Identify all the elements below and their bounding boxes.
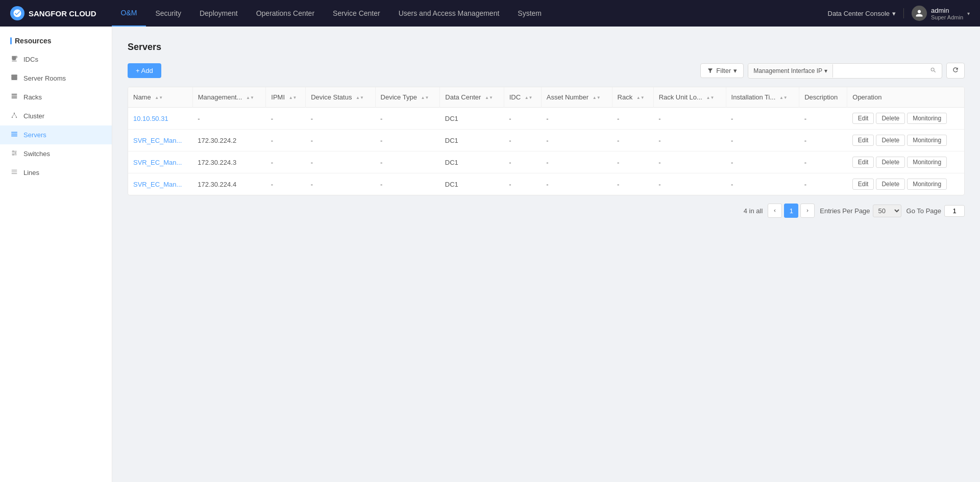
table-cell: 172.30.224.3 (192, 151, 266, 173)
idcs-icon (10, 55, 18, 64)
sidebar-item-label-switches: Switches (23, 150, 50, 158)
operation-cell: EditDeleteMonitoring (847, 151, 964, 173)
user-info[interactable]: admin Super Admin ▾ (912, 6, 970, 21)
col-management-label: Management... (198, 93, 242, 101)
entries-per-page-label: Entries Per Page (820, 207, 870, 215)
sidebar-item-server-rooms[interactable]: Server Rooms (0, 69, 112, 88)
table-cell: - (541, 130, 612, 151)
nav-item-operations-center[interactable]: Operations Center (247, 0, 324, 27)
sidebar-item-racks[interactable]: Racks (0, 88, 112, 107)
user-dropdown-icon: ▾ (967, 11, 970, 16)
table-cell[interactable]: 10.10.50.31 (128, 108, 192, 130)
op-delete-button[interactable]: Delete (876, 157, 905, 168)
go-to-page-input[interactable] (944, 205, 965, 217)
col-header-management[interactable]: Management... ▲▼ (192, 87, 266, 108)
table-row: 10.10.50.31----DC1------EditDeleteMonito… (128, 108, 964, 130)
pagination: 4 in all 1 Entries Per Page 50 (128, 195, 965, 218)
table-cell[interactable]: SVR_EC_Man... (128, 130, 192, 151)
sidebar-item-servers[interactable]: Servers (0, 125, 112, 144)
nav-item-security[interactable]: Security (146, 0, 190, 27)
col-device-status-label: Device Status (311, 93, 352, 101)
col-header-idc[interactable]: IDC ▲▼ (504, 87, 541, 108)
sort-ipmi-icon: ▲▼ (289, 95, 297, 100)
next-icon (805, 208, 810, 213)
sort-rack-icon: ▲▼ (636, 95, 645, 100)
avatar (912, 6, 927, 21)
console-label: Data Center Console (828, 10, 890, 17)
col-header-rack-unit-lo[interactable]: Rack Unit Lo... ▲▼ (653, 87, 726, 108)
col-header-asset-number[interactable]: Asset Number ▲▼ (541, 87, 612, 108)
add-button[interactable]: + Add (128, 63, 161, 78)
col-header-installation-ti[interactable]: Installation Ti... ▲▼ (726, 87, 799, 108)
table-cell: DC1 (440, 130, 504, 151)
server-rooms-icon (10, 74, 18, 83)
table-cell: - (504, 151, 541, 173)
servers-table: Name ▲▼ Management... ▲▼ IPMI ▲▼ Devic (128, 87, 964, 195)
op-delete-button[interactable]: Delete (876, 113, 905, 124)
go-to-page-label: Go To Page (906, 207, 941, 215)
sidebar-item-label-lines: Lines (23, 169, 39, 176)
page-1-button[interactable]: 1 (784, 204, 798, 218)
refresh-button[interactable] (946, 63, 965, 79)
op-edit-button[interactable]: Edit (852, 157, 874, 168)
col-header-data-center[interactable]: Data Center ▲▼ (440, 87, 504, 108)
table-cell[interactable]: SVR_EC_Man... (128, 173, 192, 195)
op-delete-button[interactable]: Delete (876, 179, 905, 190)
search-icon-button[interactable] (925, 64, 942, 78)
op-edit-button[interactable]: Edit (852, 179, 874, 190)
col-description-label: Description (804, 93, 838, 101)
sort-idc-icon: ▲▼ (525, 95, 533, 100)
per-page-dropdown[interactable]: 50 10 20 100 (873, 205, 901, 217)
table-cell: - (375, 173, 440, 195)
col-header-device-type[interactable]: Device Type ▲▼ (375, 87, 440, 108)
sidebar: Resources IDCs Server Rooms (0, 27, 112, 482)
table-cell: - (653, 151, 726, 173)
col-operation-label: Operation (852, 93, 881, 101)
col-header-ipmi[interactable]: IPMI ▲▼ (266, 87, 306, 108)
sidebar-item-idcs[interactable]: IDCs (0, 50, 112, 69)
col-header-rack[interactable]: Rack ▲▼ (612, 87, 653, 108)
search-field-selector[interactable]: Management Interface IP ▾ (748, 64, 833, 78)
racks-icon (10, 93, 18, 102)
search-field-arrow: ▾ (824, 67, 827, 74)
prev-page-button[interactable] (768, 204, 782, 218)
sidebar-item-cluster[interactable]: Cluster (0, 107, 112, 125)
operation-cell: EditDeleteMonitoring (847, 173, 964, 195)
svg-point-1 (12, 117, 13, 118)
next-page-button[interactable] (800, 204, 815, 218)
nav-item-deployment[interactable]: Deployment (190, 0, 247, 27)
table-cell: DC1 (440, 151, 504, 173)
table-cell: - (504, 108, 541, 130)
nav-item-users-access[interactable]: Users and Access Management (389, 0, 509, 27)
search-input[interactable] (833, 64, 925, 78)
svg-line-3 (12, 114, 14, 117)
table-cell: - (612, 151, 653, 173)
sidebar-item-lines[interactable]: Lines (0, 163, 112, 182)
op-monitoring-button[interactable]: Monitoring (907, 179, 947, 190)
table-cell: - (799, 130, 847, 151)
table-cell: - (306, 108, 375, 130)
nav-item-om[interactable]: O&M (112, 0, 146, 27)
nav-item-service-center[interactable]: Service Center (324, 0, 389, 27)
op-edit-button[interactable]: Edit (852, 135, 874, 146)
filter-button[interactable]: Filter ▾ (700, 63, 744, 78)
op-edit-button[interactable]: Edit (852, 113, 874, 124)
col-header-name[interactable]: Name ▲▼ (128, 87, 192, 108)
op-delete-button[interactable]: Delete (876, 135, 905, 146)
table-cell[interactable]: SVR_EC_Man... (128, 151, 192, 173)
switches-icon (10, 149, 18, 158)
console-selector[interactable]: Data Center Console ▾ (828, 10, 896, 17)
op-monitoring-button[interactable]: Monitoring (907, 157, 947, 168)
nav-item-system[interactable]: System (508, 0, 551, 27)
col-installation-ti-label: Installation Ti... (731, 93, 776, 101)
op-monitoring-button[interactable]: Monitoring (907, 113, 947, 124)
table-cell: - (612, 108, 653, 130)
op-monitoring-button[interactable]: Monitoring (907, 135, 947, 146)
logo: SANGFOR CLOUD (10, 6, 96, 20)
col-header-device-status[interactable]: Device Status ▲▼ (306, 87, 375, 108)
search-field-label: Management Interface IP (753, 67, 822, 74)
col-header-description[interactable]: Description (799, 87, 847, 108)
table-cell: - (799, 108, 847, 130)
sidebar-item-switches[interactable]: Switches (0, 144, 112, 163)
logo-text: SANGFOR CLOUD (29, 9, 96, 18)
